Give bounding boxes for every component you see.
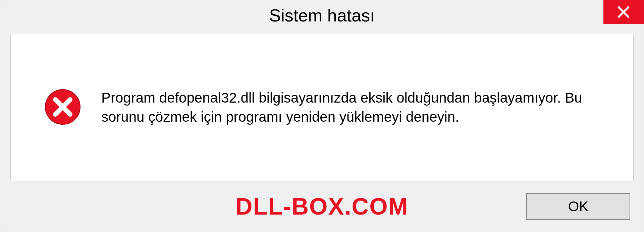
content-panel: Program defopenal32.dll bilgisayarınızda… [10, 34, 634, 181]
system-error-dialog: Sistem hatası Program defopenal32.dll bi… [0, 0, 644, 232]
error-icon [44, 89, 81, 127]
watermark-text: DLL-BOX.COM [235, 193, 409, 220]
ok-button[interactable]: OK [526, 193, 630, 220]
dialog-title: Sistem hatası [269, 5, 375, 25]
error-message: Program defopenal32.dll bilgisayarınızda… [101, 89, 606, 126]
titlebar: Sistem hatası [0, 0, 644, 31]
close-icon [617, 5, 630, 19]
dialog-footer: DLL-BOX.COM OK [0, 188, 644, 232]
ok-button-label: OK [568, 198, 589, 215]
close-button[interactable] [603, 0, 644, 24]
